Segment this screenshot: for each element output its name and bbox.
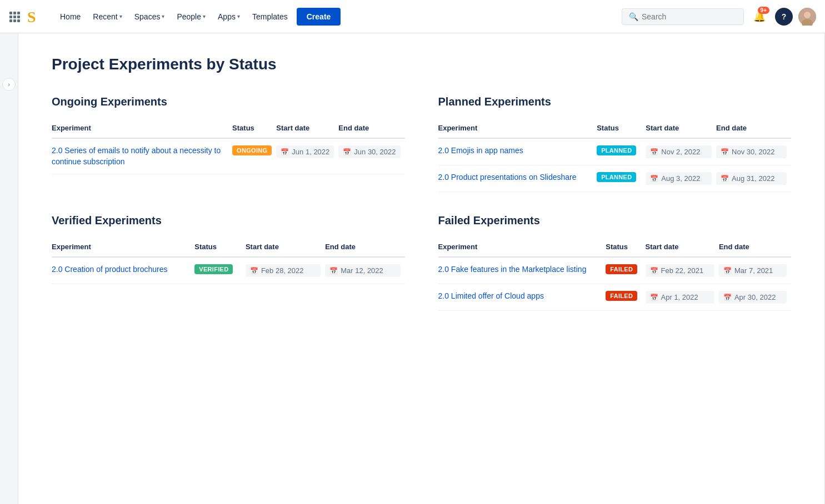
svg-rect-1 — [13, 12, 16, 14]
end-date: 📅 Apr 30, 2022 — [719, 291, 787, 304]
experiment-link[interactable]: 2.0 Fake features in the Marketplace lis… — [438, 265, 587, 274]
logo[interactable]: S — [26, 7, 46, 27]
create-button[interactable]: Create — [297, 8, 341, 26]
svg-rect-0 — [9, 12, 12, 14]
ongoing-col-end: End date — [338, 119, 404, 138]
calendar-icon: 📅 — [723, 294, 732, 301]
status-cell: ONGOING — [232, 138, 276, 174]
experiment-link[interactable]: 2.0 Product presentations on Slideshare — [438, 173, 577, 182]
ongoing-table: Experiment Status Start date End date 2.… — [52, 119, 405, 174]
nav-home-label: Home — [60, 12, 81, 21]
nav-templates[interactable]: Templates — [247, 9, 293, 24]
experiment-link[interactable]: 2.0 Creation of product brochures — [52, 265, 168, 274]
planned-col-experiment: Experiment — [438, 119, 597, 138]
status-cell: FAILED — [606, 257, 645, 284]
start-date-cell: 📅 Aug 3, 2022 — [646, 165, 716, 192]
experiment-cell: 2.0 Fake features in the Marketplace lis… — [438, 257, 606, 284]
failed-section: Failed Experiments Experiment Status Sta… — [438, 214, 792, 311]
ongoing-col-status: Status — [232, 119, 276, 138]
start-date: 📅 Feb 22, 2021 — [646, 264, 714, 277]
verified-section-title: Verified Experiments — [52, 214, 405, 227]
verified-col-end: End date — [325, 238, 404, 257]
status-badge: FAILED — [606, 291, 637, 301]
nav-home[interactable]: Home — [54, 9, 86, 24]
nav-people[interactable]: People ▾ — [171, 9, 211, 24]
experiment-link[interactable]: 2.0 Series of emails to notify about a n… — [52, 146, 221, 166]
end-date: 📅 Nov 30, 2022 — [716, 145, 787, 158]
status-badge: VERIFIED — [194, 264, 233, 274]
svg-rect-4 — [13, 16, 16, 18]
experiment-link[interactable]: 2.0 Limited offer of Cloud apps — [438, 291, 544, 300]
spaces-chevron-icon: ▾ — [162, 13, 164, 19]
calendar-icon: 📅 — [650, 294, 658, 301]
status-badge: FAILED — [606, 264, 637, 274]
nav-people-label: People — [177, 12, 201, 21]
svg-rect-3 — [9, 16, 12, 18]
planned-col-end: End date — [716, 119, 791, 138]
end-date: 📅 Mar 7, 2021 — [719, 264, 787, 277]
status-cell: FAILED — [606, 284, 645, 311]
start-date: 📅 Feb 28, 2022 — [246, 264, 321, 277]
planned-section: Planned Experiments Experiment Status St… — [438, 95, 792, 192]
svg-point-11 — [804, 12, 811, 18]
end-date-cell: 📅 Mar 7, 2021 — [719, 257, 791, 284]
planned-col-status: Status — [597, 119, 646, 138]
calendar-icon: 📅 — [343, 148, 351, 156]
table-row: 2.0 Product presentations on Slideshare … — [438, 165, 792, 192]
search-icon: 🔍 — [629, 12, 638, 21]
status-badge: PLANNED — [597, 172, 636, 182]
experiment-link[interactable]: 2.0 Emojis in app names — [438, 146, 523, 155]
failed-section-title: Failed Experiments — [438, 214, 792, 227]
ongoing-section-title: Ongoing Experiments — [52, 95, 405, 108]
status-cell: PLANNED — [597, 165, 646, 192]
experiment-cell: 2.0 Emojis in app names — [438, 138, 597, 165]
nav-recent[interactable]: Recent ▾ — [87, 9, 127, 24]
nav-templates-label: Templates — [252, 12, 288, 21]
failed-col-experiment: Experiment — [438, 238, 606, 257]
start-date: 📅 Nov 2, 2022 — [646, 145, 712, 158]
topnav-right: 🔍 🔔 9+ ? — [622, 7, 816, 27]
start-date-cell: 📅 Feb 28, 2022 — [246, 257, 325, 284]
planned-table: Experiment Status Start date End date 2.… — [438, 119, 792, 192]
sidebar-toggle-button[interactable]: › — [2, 78, 16, 91]
main-content: Project Experiments by Status Ongoing Ex… — [18, 33, 825, 504]
start-date-cell: 📅 Jun 1, 2022 — [276, 138, 338, 174]
search-box[interactable]: 🔍 — [622, 8, 744, 25]
start-date: 📅 Jun 1, 2022 — [276, 145, 334, 158]
start-date: 📅 Aug 3, 2022 — [646, 172, 712, 185]
main-nav: Home Recent ▾ Spaces ▾ People ▾ Apps ▾ T… — [54, 8, 618, 26]
search-input[interactable] — [642, 12, 737, 21]
notifications-button[interactable]: 🔔 9+ — [749, 7, 769, 27]
nav-apps[interactable]: Apps ▾ — [212, 9, 246, 24]
status-cell: VERIFIED — [194, 257, 246, 284]
ongoing-col-start: Start date — [276, 119, 338, 138]
nav-spaces[interactable]: Spaces ▾ — [129, 9, 171, 24]
failed-table: Experiment Status Start date End date 2.… — [438, 238, 792, 311]
svg-text:S: S — [27, 8, 36, 26]
calendar-icon: 📅 — [721, 175, 729, 183]
table-row: 2.0 Creation of product brochures VERIFI… — [52, 257, 405, 284]
end-date-cell: 📅 Mar 12, 2022 — [325, 257, 404, 284]
calendar-icon: 📅 — [650, 175, 658, 183]
nav-spaces-label: Spaces — [134, 12, 161, 21]
calendar-icon: 📅 — [721, 148, 729, 156]
sidebar-toggle-area: › — [0, 33, 18, 504]
layout: › Project Experiments by Status Ongoing … — [0, 33, 825, 504]
failed-col-end: End date — [719, 238, 791, 257]
help-button[interactable]: ? — [775, 8, 793, 26]
notification-badge: 9+ — [758, 7, 769, 14]
planned-col-start: Start date — [646, 119, 716, 138]
failed-col-start: Start date — [646, 238, 719, 257]
grid-icon[interactable] — [9, 11, 20, 22]
experiment-cell: 2.0 Limited offer of Cloud apps — [438, 284, 606, 311]
calendar-icon: 📅 — [650, 267, 658, 275]
apps-chevron-icon: ▾ — [237, 13, 240, 19]
svg-rect-8 — [17, 19, 20, 22]
start-date-cell: 📅 Feb 22, 2021 — [646, 257, 719, 284]
avatar[interactable] — [798, 8, 816, 26]
calendar-icon: 📅 — [250, 267, 258, 275]
svg-rect-2 — [17, 12, 20, 14]
table-row: 2.0 Series of emails to notify about a n… — [52, 138, 405, 174]
nav-recent-label: Recent — [93, 12, 117, 21]
calendar-icon: 📅 — [329, 267, 338, 275]
